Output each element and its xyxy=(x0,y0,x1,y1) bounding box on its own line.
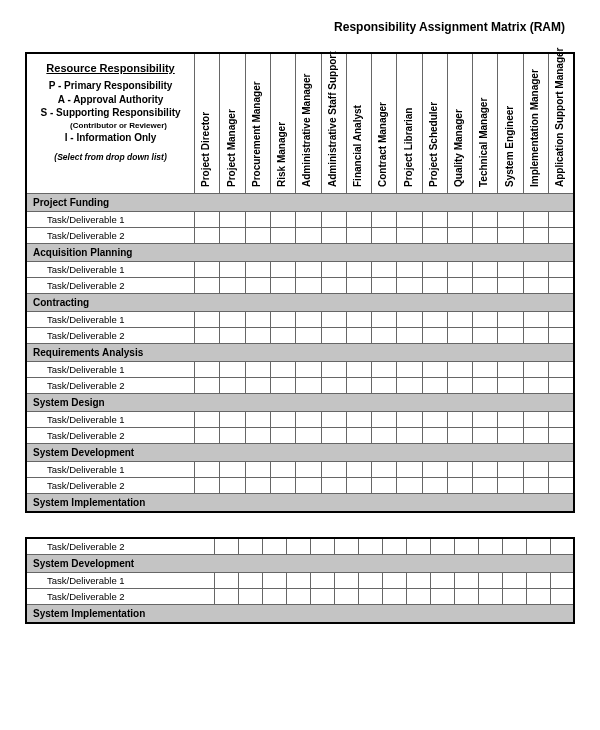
matrix-cell[interactable] xyxy=(549,311,574,327)
matrix-cell[interactable] xyxy=(397,361,422,377)
matrix-cell[interactable] xyxy=(270,211,295,227)
matrix-cell[interactable] xyxy=(498,361,523,377)
matrix-cell[interactable] xyxy=(473,411,498,427)
matrix-cell[interactable] xyxy=(321,311,346,327)
matrix-cell[interactable] xyxy=(422,277,447,293)
matrix-cell[interactable] xyxy=(422,427,447,443)
matrix-cell[interactable] xyxy=(422,411,447,427)
matrix-cell[interactable] xyxy=(245,361,270,377)
matrix-cell[interactable] xyxy=(498,227,523,243)
matrix-cell[interactable] xyxy=(220,361,245,377)
matrix-cell[interactable] xyxy=(321,427,346,443)
matrix-cell[interactable] xyxy=(220,261,245,277)
matrix-cell[interactable] xyxy=(220,277,245,293)
matrix-cell[interactable] xyxy=(346,377,371,393)
matrix-cell[interactable] xyxy=(549,227,574,243)
matrix-cell[interactable] xyxy=(447,261,472,277)
matrix-cell[interactable] xyxy=(270,327,295,343)
matrix-cell[interactable] xyxy=(397,311,422,327)
matrix-cell[interactable] xyxy=(262,572,286,588)
matrix-cell[interactable] xyxy=(245,261,270,277)
matrix-cell[interactable] xyxy=(523,427,548,443)
matrix-cell[interactable] xyxy=(346,461,371,477)
matrix-cell[interactable] xyxy=(296,361,321,377)
matrix-cell[interactable] xyxy=(346,477,371,493)
matrix-cell[interactable] xyxy=(406,538,430,555)
matrix-cell[interactable] xyxy=(498,211,523,227)
matrix-cell[interactable] xyxy=(286,588,310,604)
matrix-cell[interactable] xyxy=(498,261,523,277)
matrix-cell[interactable] xyxy=(195,427,220,443)
matrix-cell[interactable] xyxy=(195,327,220,343)
matrix-cell[interactable] xyxy=(478,538,502,555)
matrix-cell[interactable] xyxy=(321,377,346,393)
matrix-cell[interactable] xyxy=(372,277,397,293)
matrix-cell[interactable] xyxy=(195,211,220,227)
matrix-cell[interactable] xyxy=(270,411,295,427)
matrix-cell[interactable] xyxy=(382,538,406,555)
matrix-cell[interactable] xyxy=(473,327,498,343)
matrix-cell[interactable] xyxy=(447,461,472,477)
matrix-cell[interactable] xyxy=(523,361,548,377)
matrix-cell[interactable] xyxy=(286,538,310,555)
matrix-cell[interactable] xyxy=(245,377,270,393)
matrix-cell[interactable] xyxy=(245,327,270,343)
matrix-cell[interactable] xyxy=(245,477,270,493)
matrix-cell[interactable] xyxy=(430,572,454,588)
matrix-cell[interactable] xyxy=(447,227,472,243)
matrix-cell[interactable] xyxy=(346,361,371,377)
matrix-cell[interactable] xyxy=(526,572,550,588)
matrix-cell[interactable] xyxy=(220,411,245,427)
matrix-cell[interactable] xyxy=(296,377,321,393)
matrix-cell[interactable] xyxy=(238,538,262,555)
matrix-cell[interactable] xyxy=(220,427,245,443)
matrix-cell[interactable] xyxy=(473,261,498,277)
matrix-cell[interactable] xyxy=(321,411,346,427)
matrix-cell[interactable] xyxy=(310,588,334,604)
matrix-cell[interactable] xyxy=(549,411,574,427)
matrix-cell[interactable] xyxy=(447,477,472,493)
matrix-cell[interactable] xyxy=(502,538,526,555)
matrix-cell[interactable] xyxy=(270,227,295,243)
matrix-cell[interactable] xyxy=(523,327,548,343)
matrix-cell[interactable] xyxy=(296,327,321,343)
matrix-cell[interactable] xyxy=(220,461,245,477)
matrix-cell[interactable] xyxy=(296,277,321,293)
matrix-cell[interactable] xyxy=(447,327,472,343)
matrix-cell[interactable] xyxy=(523,227,548,243)
matrix-cell[interactable] xyxy=(296,411,321,427)
matrix-cell[interactable] xyxy=(549,377,574,393)
matrix-cell[interactable] xyxy=(502,588,526,604)
matrix-cell[interactable] xyxy=(270,461,295,477)
matrix-cell[interactable] xyxy=(346,211,371,227)
matrix-cell[interactable] xyxy=(245,427,270,443)
matrix-cell[interactable] xyxy=(346,227,371,243)
matrix-cell[interactable] xyxy=(238,588,262,604)
matrix-cell[interactable] xyxy=(245,227,270,243)
matrix-cell[interactable] xyxy=(220,377,245,393)
matrix-cell[interactable] xyxy=(372,477,397,493)
matrix-cell[interactable] xyxy=(523,211,548,227)
matrix-cell[interactable] xyxy=(296,427,321,443)
matrix-cell[interactable] xyxy=(397,411,422,427)
matrix-cell[interactable] xyxy=(296,461,321,477)
matrix-cell[interactable] xyxy=(310,572,334,588)
matrix-cell[interactable] xyxy=(473,211,498,227)
matrix-cell[interactable] xyxy=(372,227,397,243)
matrix-cell[interactable] xyxy=(397,377,422,393)
matrix-cell[interactable] xyxy=(397,227,422,243)
matrix-cell[interactable] xyxy=(372,361,397,377)
matrix-cell[interactable] xyxy=(422,377,447,393)
matrix-cell[interactable] xyxy=(346,277,371,293)
matrix-cell[interactable] xyxy=(270,311,295,327)
matrix-cell[interactable] xyxy=(245,461,270,477)
matrix-cell[interactable] xyxy=(270,377,295,393)
matrix-cell[interactable] xyxy=(523,261,548,277)
matrix-cell[interactable] xyxy=(498,411,523,427)
matrix-cell[interactable] xyxy=(220,227,245,243)
matrix-cell[interactable] xyxy=(454,538,478,555)
matrix-cell[interactable] xyxy=(358,538,382,555)
matrix-cell[interactable] xyxy=(372,377,397,393)
matrix-cell[interactable] xyxy=(498,461,523,477)
matrix-cell[interactable] xyxy=(523,377,548,393)
